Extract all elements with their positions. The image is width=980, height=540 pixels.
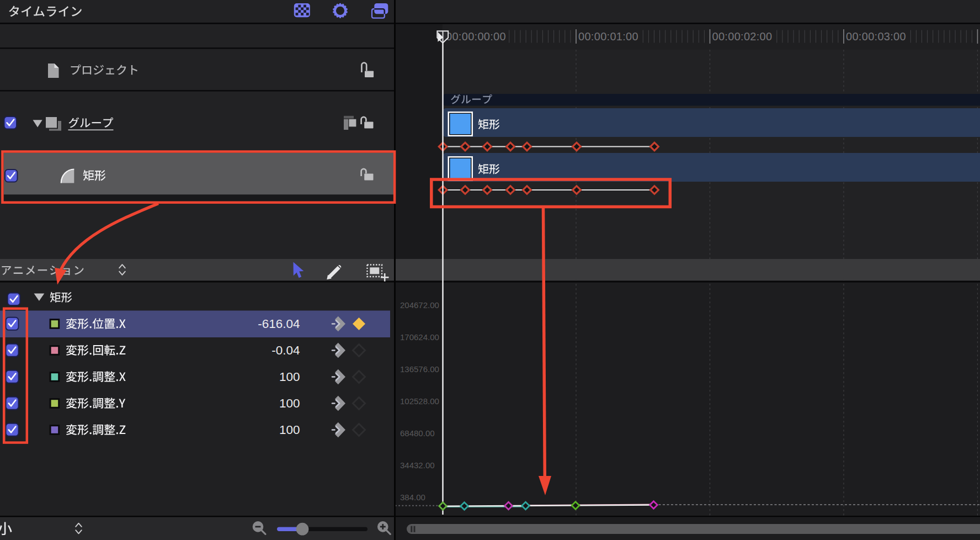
svg-text:00:00:01:00: 00:00:01:00 [578, 30, 638, 43]
svg-text:170624.00: 170624.00 [400, 332, 439, 342]
svg-text:34432.00: 34432.00 [400, 460, 435, 470]
svg-text:-0.04: -0.04 [271, 343, 300, 357]
svg-text:100: 100 [279, 423, 300, 437]
svg-text:00:00:02:00: 00:00:02:00 [712, 30, 773, 43]
svg-text:102528.00: 102528.00 [400, 396, 439, 406]
svg-text:204672.00: 204672.00 [400, 300, 439, 310]
svg-text:00:00:00:00: 00:00:00:00 [446, 30, 506, 43]
svg-text:00:00:03:00: 00:00:03:00 [846, 30, 906, 43]
svg-text:-616.04: -616.04 [258, 317, 300, 331]
svg-text:384.00: 384.00 [400, 493, 425, 502]
svg-text:136576.00: 136576.00 [400, 364, 439, 374]
svg-text:100: 100 [279, 370, 300, 384]
svg-text:100: 100 [279, 396, 300, 410]
svg-text:68480.00: 68480.00 [400, 428, 435, 438]
